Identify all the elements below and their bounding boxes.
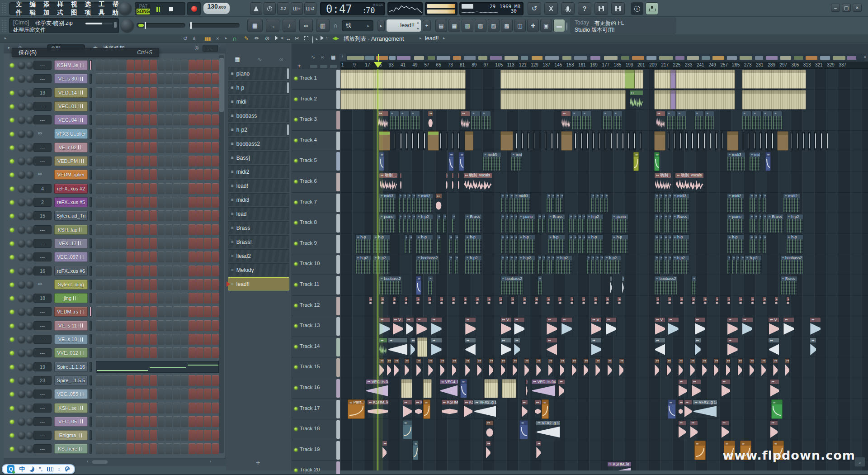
step-cell[interactable] — [204, 224, 211, 235]
channel-enable-led[interactable] — [10, 214, 14, 218]
step-cell[interactable] — [173, 279, 180, 290]
step-cell[interactable] — [127, 156, 134, 166]
step-cell[interactable] — [204, 197, 211, 208]
channel-display[interactable]: --- — [33, 102, 52, 111]
picker-tab-patterns[interactable]: ▦ — [235, 56, 240, 62]
playlist-clip-stab[interactable] — [586, 132, 589, 150]
step-cell[interactable] — [150, 224, 157, 235]
playlist-clip-pattern[interactable]: ≡h-p — [518, 234, 535, 254]
playlist-clip-pattern[interactable]: ≡ — [654, 234, 658, 254]
track-header[interactable]: Track 15 — [292, 357, 340, 378]
playlist-menu-icon[interactable]: ▸ — [225, 36, 227, 40]
step-cell[interactable] — [135, 252, 142, 262]
step-cell[interactable] — [158, 128, 165, 139]
step-cell[interactable] — [212, 430, 219, 441]
playlist-window-button[interactable]: ▤ — [435, 19, 447, 32]
ime-wrench-icon[interactable] — [65, 466, 70, 472]
step-cell[interactable] — [96, 293, 103, 304]
playlist-clip-pattern[interactable]: ≡ — [582, 214, 586, 233]
channel-display[interactable]: --- — [33, 444, 52, 453]
playlist-clip-pattern[interactable]: ≡midi3 — [482, 152, 501, 171]
step-cell[interactable] — [127, 101, 134, 112]
step-cell[interactable] — [135, 430, 142, 441]
step-cell[interactable] — [165, 210, 173, 221]
track-name[interactable]: Track 13 — [300, 323, 320, 328]
playlist-clip-pattern[interactable]: ≡piano — [611, 214, 628, 233]
step-cell[interactable] — [150, 334, 157, 345]
step-cell[interactable] — [150, 73, 157, 84]
step-cell[interactable] — [135, 266, 142, 276]
step-cell[interactable] — [142, 279, 150, 290]
playlist-clip-pattern[interactable]: ≡ — [654, 193, 658, 213]
track-led[interactable] — [294, 345, 297, 348]
channel-name-button[interactable]: VFX3 U..plier — [54, 129, 88, 139]
playlist-clip-audio[interactable]: ↦ — [742, 317, 753, 337]
step-cell[interactable] — [196, 443, 203, 454]
picker-pattern-item[interactable]: ≡lead! — [228, 179, 289, 192]
master-knob[interactable] — [119, 2, 132, 15]
midi-link-button[interactable]: ∞ — [299, 19, 313, 32]
playlist-clip-stab[interactable] — [574, 132, 576, 150]
step-cell[interactable] — [127, 416, 134, 427]
playlist-clip-audio[interactable]: ↦ — [511, 296, 515, 305]
playlist-clip-pattern[interactable]: ≡h-p2 — [416, 214, 433, 233]
playlist-clip-pattern[interactable]: ≡ — [505, 234, 509, 254]
step-cell[interactable] — [96, 389, 103, 399]
step-cell[interactable] — [127, 197, 134, 208]
step-cell[interactable] — [181, 306, 188, 317]
picker-pattern-item[interactable]: ≡Brass — [228, 221, 289, 234]
playlist-clip-audio[interactable]: ↦ — [750, 296, 755, 305]
playlist-clip-audio[interactable]: ↦ — [749, 358, 755, 378]
step-cell[interactable] — [196, 238, 203, 249]
playlist-clip-pattern[interactable]: ≡ — [731, 255, 736, 275]
channel-pan-knob[interactable] — [18, 322, 25, 329]
playlist-clip-audio[interactable]: ↦ — [489, 358, 494, 378]
channel-display[interactable]: 13 — [33, 88, 52, 97]
step-cell[interactable] — [135, 320, 142, 331]
playlist-clip-pattern[interactable]: ≡ — [752, 111, 762, 130]
step-cell[interactable] — [173, 389, 180, 399]
step-cell[interactable] — [96, 252, 103, 262]
channel-vol-knob[interactable] — [26, 404, 33, 412]
playlist-clip-pattern[interactable]: ≡ — [546, 255, 550, 275]
playlist-clip-pattern[interactable]: ≡ — [437, 214, 441, 233]
playlist-clip-audio[interactable]: ↦ — [783, 317, 794, 337]
playlist-clip-automation[interactable]: ∞Para..req — [348, 399, 365, 419]
track-header[interactable]: Track 16 — [292, 378, 340, 399]
cut-tool-button[interactable] — [544, 2, 558, 15]
playlist-clip-audio[interactable]: ↦ — [571, 358, 577, 378]
playlist-clip-audio[interactable]: ↦ — [726, 358, 731, 378]
playlist-clip-stab[interactable] — [748, 132, 750, 150]
minimap-scroll-left[interactable]: ‹ — [339, 54, 346, 61]
channel-pan-knob[interactable] — [18, 116, 25, 124]
playlist-clip-pattern[interactable]: ≡piano — [379, 214, 396, 233]
playlist-clip-audio[interactable]: ↦ — [761, 358, 766, 378]
channel-display[interactable]: --- — [33, 61, 52, 70]
step-cell[interactable] — [158, 169, 165, 180]
step-cell[interactable] — [135, 416, 142, 427]
picker-pattern-item[interactable]: ≡midi3 — [228, 193, 289, 206]
channel-pan-knob[interactable] — [18, 363, 25, 370]
channel-enable-led[interactable] — [10, 63, 14, 67]
step-cell[interactable] — [142, 101, 150, 112]
stepper-down-icon[interactable]: ▼ — [416, 27, 420, 30]
playlist-clip-pattern[interactable]: ≡ — [505, 193, 509, 213]
loop-record-button[interactable]: Ш↺ — [304, 2, 316, 15]
step-cell[interactable] — [173, 114, 180, 125]
playlist-clip-pattern[interactable]: ≡ — [546, 193, 550, 213]
channel-enable-led[interactable] — [10, 104, 14, 109]
step-cell[interactable] — [158, 142, 165, 153]
playlist-clip-audio[interactable]: ↦VFX2..g 17 — [693, 399, 717, 419]
playlist-clip-audio[interactable]: ↦ — [446, 173, 448, 192]
step-cell[interactable] — [142, 416, 150, 427]
step-cell[interactable] — [135, 334, 142, 345]
step-cell[interactable] — [104, 293, 111, 304]
step-cell[interactable] — [196, 403, 203, 413]
playlist-clip-audio[interactable]: ↦ — [785, 358, 790, 378]
playlist-clip-pattern[interactable]: ≡ — [551, 193, 555, 213]
playlist-clip-pattern[interactable]: ≡ — [411, 193, 415, 213]
channel-display[interactable]: --- — [33, 115, 52, 124]
playlist-clip-stab[interactable] — [439, 132, 442, 150]
playlist-clip-audio[interactable]: ↦ — [656, 296, 660, 305]
step-cell[interactable] — [196, 347, 203, 358]
